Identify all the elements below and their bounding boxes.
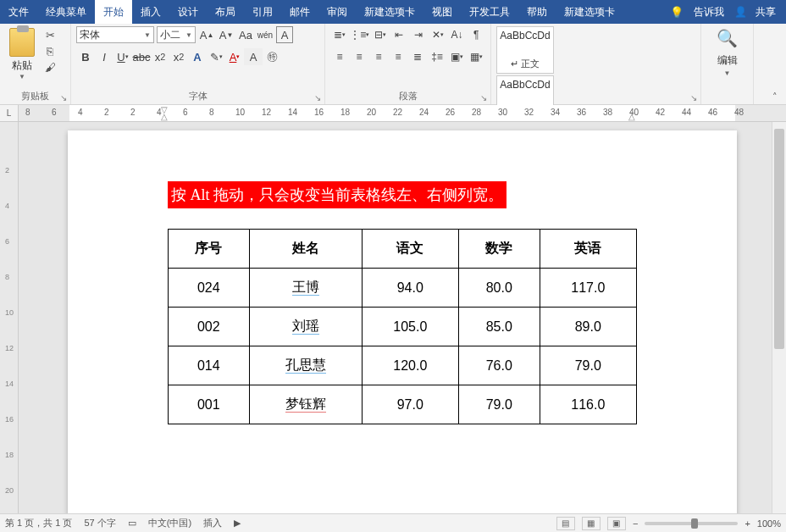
multilevel-list-icon[interactable]: ⊟▾ — [371, 26, 390, 43]
tab-help[interactable]: 帮助 — [518, 0, 556, 24]
shrink-font-icon[interactable]: A▼ — [218, 26, 235, 43]
format-painter-icon[interactable]: 🖌 — [42, 60, 58, 74]
copy-icon[interactable]: ⎘ — [42, 44, 58, 58]
tab-home[interactable]: 开始 — [95, 0, 132, 24]
tab-layout[interactable]: 布局 — [207, 0, 244, 24]
status-page[interactable]: 第 1 页，共 1 页 — [5, 517, 72, 529]
share-button[interactable]: 共享 — [752, 5, 779, 19]
underline-icon[interactable]: U▾ — [113, 48, 132, 65]
align-center-icon[interactable]: ≡ — [350, 48, 368, 65]
superscript-icon[interactable]: x2 — [169, 48, 188, 65]
change-case-icon[interactable]: Aa — [237, 26, 254, 43]
increase-indent-icon[interactable]: ⇥ — [409, 26, 428, 43]
slider-thumb[interactable] — [691, 518, 698, 529]
scrollbar-thumb[interactable] — [774, 129, 784, 349]
tab-newtab1[interactable]: 新建选项卡 — [356, 0, 423, 24]
horizontal-ruler[interactable]: L 86422468101214161820222426283032343638… — [0, 105, 786, 122]
clipboard-dialog-launcher[interactable]: ↘ — [58, 92, 69, 103]
cell-name: 刘瑶 — [249, 308, 362, 346]
asian-layout-icon[interactable]: ✕▾ — [429, 26, 447, 43]
tab-file[interactable]: 文件 — [0, 0, 37, 24]
phonetic-guide-icon[interactable]: wén — [257, 26, 274, 43]
bold-icon[interactable]: B — [76, 48, 95, 65]
tell-me[interactable]: 告诉我 — [689, 5, 729, 19]
distribute-icon[interactable]: ≣ — [408, 48, 427, 65]
align-left-icon[interactable]: ≡ — [330, 48, 349, 65]
ruler-tick: 22 — [393, 108, 402, 117]
ruler-tick: 4 — [78, 108, 83, 117]
font-dialog-launcher[interactable]: ↘ — [313, 92, 323, 103]
group-paragraph: ≣▾ ⋮≡▾ ⊟▾ ⇤ ⇥ ✕▾ A↓ ¶ ≡ ≡ ≡ ≡ ≣ ‡≡ ▣▾ ▦▾… — [325, 24, 491, 104]
char-shading-icon[interactable]: A — [244, 48, 263, 65]
show-marks-icon[interactable]: ¶ — [467, 26, 485, 43]
tab-design[interactable]: 设计 — [169, 0, 207, 24]
cell-english: 79.0 — [540, 346, 636, 385]
status-words[interactable]: 57 个字 — [84, 517, 115, 529]
strikethrough-icon[interactable]: abc — [132, 48, 151, 65]
subscript-icon[interactable]: x2 — [151, 48, 169, 65]
tab-devtools[interactable]: 开发工具 — [461, 0, 518, 24]
highlight-color-icon[interactable]: ✎▾ — [207, 48, 225, 65]
line-spacing-icon[interactable]: ‡≡ — [428, 48, 446, 65]
cell-chinese: 97.0 — [362, 385, 458, 424]
paragraph-dialog-launcher[interactable]: ↘ — [479, 92, 489, 103]
hanging-indent-icon[interactable]: △ — [161, 112, 168, 121]
cell-id: 001 — [169, 385, 250, 424]
tab-newtab2[interactable]: 新建选项卡 — [556, 0, 623, 24]
ruler-tick: 42 — [656, 108, 665, 117]
lightbulb-icon: 💡 — [670, 6, 684, 19]
borders-icon[interactable]: ▦▾ — [467, 48, 485, 65]
cut-icon[interactable]: ✂ — [42, 28, 58, 42]
vertical-scrollbar[interactable] — [772, 122, 786, 513]
ruler-tick: 32 — [524, 108, 534, 117]
numbering-icon[interactable]: ⋮≡▾ — [350, 26, 370, 43]
status-proof-icon[interactable]: ▭ — [128, 518, 136, 529]
ruler-tick: 6 — [183, 108, 188, 117]
cell-math: 80.0 — [458, 269, 540, 308]
font-size-combo[interactable]: 小二▼ — [157, 26, 196, 43]
zoom-out-icon[interactable]: − — [633, 518, 638, 529]
h-ruler[interactable]: 8642246810121416182022242628303234363840… — [19, 105, 786, 121]
italic-icon[interactable]: I — [95, 48, 113, 65]
paste-button[interactable]: 粘贴 ▼ — [5, 26, 39, 80]
text-effects-icon[interactable]: A — [188, 48, 207, 65]
tab-references[interactable]: 引用 — [244, 0, 281, 24]
zoom-value[interactable]: 100% — [757, 518, 781, 529]
view-print-icon[interactable]: ▦ — [582, 517, 601, 530]
enclose-char-icon[interactable]: ㊕ — [263, 48, 281, 65]
styles-dialog-launcher[interactable]: ↘ — [689, 92, 699, 103]
view-web-icon[interactable]: ▣ — [607, 517, 626, 530]
font-name-combo[interactable]: 宋体▼ — [76, 26, 154, 43]
tab-review[interactable]: 审阅 — [318, 0, 356, 24]
align-right-icon[interactable]: ≡ — [369, 48, 388, 65]
status-macro-icon[interactable]: ▶ — [234, 518, 241, 529]
font-color-icon[interactable]: A▾ — [225, 48, 244, 65]
char-border-icon[interactable]: A — [276, 26, 293, 43]
collapse-ribbon-icon[interactable]: ˄ — [767, 91, 783, 103]
decrease-indent-icon[interactable]: ⇤ — [390, 26, 408, 43]
tab-insert[interactable]: 插入 — [132, 0, 169, 24]
tab-mail[interactable]: 邮件 — [281, 0, 318, 24]
ruler-tick: 8 — [25, 108, 30, 117]
style-normal[interactable]: AaBbCcDd ↵ 正文 — [496, 26, 554, 74]
vertical-ruler[interactable]: 2468101214161820 — [0, 122, 19, 513]
col-math: 数学 — [458, 230, 540, 269]
view-read-icon[interactable]: ▤ — [556, 517, 575, 530]
font-name-value: 宋体 — [80, 28, 100, 42]
bullets-icon[interactable]: ≣▾ — [330, 26, 349, 43]
find-icon[interactable]: 🔍 — [716, 26, 739, 50]
justify-icon[interactable]: ≡ — [389, 48, 407, 65]
right-indent-icon[interactable]: △ — [628, 112, 635, 121]
cell-chinese: 94.0 — [362, 269, 458, 308]
zoom-in-icon[interactable]: + — [744, 518, 750, 529]
zoom-slider[interactable] — [645, 522, 738, 525]
grow-font-icon[interactable]: A▲ — [198, 26, 215, 43]
document-scroll[interactable]: 按 Alt 拖动，只会改变当前表格线左、右侧列宽。 序号 姓名 语文 数学 英语… — [19, 122, 772, 513]
tab-view[interactable]: 视图 — [423, 0, 461, 24]
tab-classic[interactable]: 经典菜单 — [37, 0, 95, 24]
sort-icon[interactable]: A↓ — [448, 26, 467, 43]
cell-math: 79.0 — [458, 385, 540, 424]
shading-icon[interactable]: ▣▾ — [447, 48, 466, 65]
status-lang[interactable]: 中文(中国) — [148, 517, 191, 529]
status-mode[interactable]: 插入 — [203, 517, 222, 529]
